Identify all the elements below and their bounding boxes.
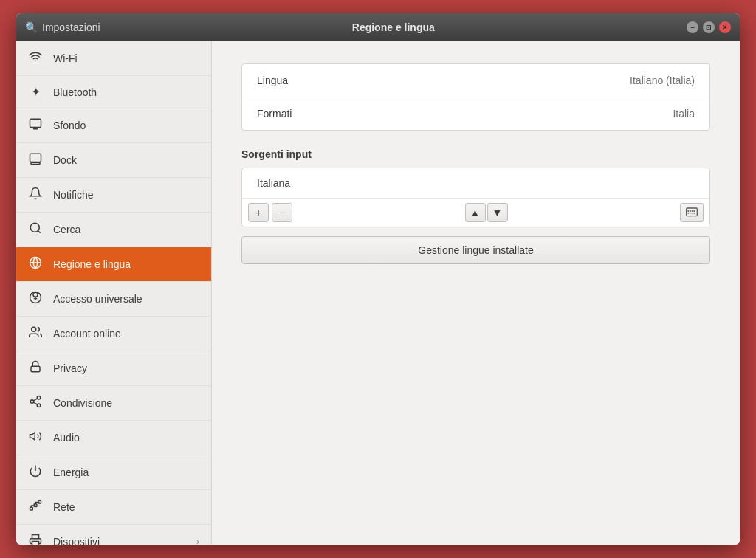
main-content: Lingua Italiano (Italia) Formati Italia … <box>212 41 740 545</box>
sidebar-label-cerca: Cerca <box>53 224 80 235</box>
sorgenti-title: Sorgenti input <box>241 148 710 160</box>
titlebar-app-name: Impostazioni <box>42 21 100 33</box>
sidebar-label-notifiche: Notifiche <box>53 189 93 201</box>
condivisione-icon <box>28 395 43 411</box>
sidebar-item-energia[interactable]: Energia <box>16 455 211 490</box>
input-sources-toolbar: + − ▲ ▼ <box>242 199 709 227</box>
input-source-italiana[interactable]: Italiana <box>242 168 709 199</box>
sfondo-icon <box>28 117 43 134</box>
wifi-icon <box>28 50 43 66</box>
input-sources-card: Italiana + − ▲ ▼ <box>241 168 710 227</box>
sidebar-item-account[interactable]: Account online <box>16 317 211 351</box>
svg-rect-16 <box>32 542 39 545</box>
sidebar-item-dispositivi[interactable]: Dispositivi › <box>16 525 211 545</box>
sidebar-item-notifiche[interactable]: Notifiche <box>16 178 211 213</box>
remove-input-source-button[interactable]: − <box>272 203 292 222</box>
sidebar-item-dock[interactable]: Dock <box>16 143 211 178</box>
dispositivi-icon <box>28 534 43 545</box>
sidebar-label-dock: Dock <box>53 154 77 166</box>
sidebar-item-condivisione[interactable]: Condivisione <box>16 386 211 421</box>
sidebar: Wi-Fi ✦ Bluetooth Sfondo Dock <box>16 41 212 545</box>
window-title: Regione e lingua <box>100 21 687 33</box>
svg-rect-1 <box>30 154 41 162</box>
svg-point-8 <box>37 396 41 400</box>
rete-icon <box>28 499 43 515</box>
maximize-button[interactable]: ⊡ <box>703 21 715 33</box>
notifiche-icon <box>28 187 43 203</box>
reorder-arrows: ▲ ▼ <box>465 203 508 222</box>
sidebar-label-wifi: Wi-Fi <box>53 52 78 64</box>
sidebar-label-accesso: Accesso universale <box>53 293 142 305</box>
sidebar-item-rete[interactable]: Rete <box>16 490 211 525</box>
titlebar-search: 🔍 Impostazioni <box>25 21 100 33</box>
move-down-button[interactable]: ▼ <box>487 203 508 222</box>
bluetooth-icon: ✦ <box>28 85 43 99</box>
sidebar-item-privacy[interactable]: Privacy <box>16 351 211 386</box>
svg-rect-0 <box>30 119 41 127</box>
manage-languages-button[interactable]: Gestione lingue installate <box>241 236 710 264</box>
sidebar-label-sfondo: Sfondo <box>53 120 86 131</box>
svg-point-10 <box>37 404 41 407</box>
minimize-button[interactable]: – <box>687 21 698 33</box>
sidebar-item-cerca[interactable]: Cerca <box>16 213 211 247</box>
add-input-source-button[interactable]: + <box>248 203 269 222</box>
sidebar-item-audio[interactable]: Audio <box>16 421 211 455</box>
energia-icon <box>28 464 43 480</box>
sidebar-label-regione: Regione e lingua <box>53 258 131 270</box>
content-area: Wi-Fi ✦ Bluetooth Sfondo Dock <box>16 41 740 545</box>
audio-icon <box>28 430 43 446</box>
sidebar-label-bluetooth: Bluetooth <box>53 86 97 98</box>
move-up-button[interactable]: ▲ <box>465 203 486 222</box>
close-button[interactable]: ✕ <box>719 21 731 33</box>
sidebar-item-sfondo[interactable]: Sfondo <box>16 108 211 143</box>
app-window: 🔍 Impostazioni Regione e lingua – ⊡ ✕ Wi… <box>16 13 740 545</box>
lingua-label: Lingua <box>257 75 288 86</box>
svg-point-5 <box>33 292 38 297</box>
cerca-icon <box>28 221 43 238</box>
svg-marker-11 <box>30 433 35 441</box>
sidebar-label-account: Account online <box>53 328 121 340</box>
accesso-icon <box>28 291 43 307</box>
formati-label: Formati <box>257 108 292 120</box>
keyboard-settings-button[interactable] <box>680 203 704 222</box>
sidebar-label-privacy: Privacy <box>53 362 87 374</box>
svg-point-9 <box>30 400 34 404</box>
sidebar-label-condivisione: Condivisione <box>53 397 112 409</box>
lingua-row[interactable]: Lingua Italiano (Italia) <box>242 64 709 97</box>
formati-value: Italia <box>673 108 695 120</box>
regione-icon <box>28 256 43 272</box>
svg-rect-20 <box>687 208 698 216</box>
sidebar-label-dispositivi: Dispositivi <box>53 536 100 545</box>
svg-rect-2 <box>31 162 40 164</box>
sidebar-item-accesso[interactable]: Accesso universale <box>16 282 211 317</box>
sidebar-label-audio: Audio <box>53 432 80 444</box>
sidebar-item-regione[interactable]: Regione e lingua <box>16 247 211 282</box>
search-icon: 🔍 <box>25 21 38 33</box>
sidebar-label-energia: Energia <box>53 466 89 478</box>
account-icon <box>28 326 43 342</box>
sidebar-label-rete: Rete <box>53 501 75 513</box>
locale-card: Lingua Italiano (Italia) Formati Italia <box>241 63 710 131</box>
lingua-value: Italiano (Italia) <box>630 75 695 86</box>
sidebar-item-wifi[interactable]: Wi-Fi <box>16 41 211 76</box>
svg-point-3 <box>30 223 39 232</box>
svg-rect-13 <box>30 507 33 510</box>
chevron-dispositivi-icon: › <box>196 537 199 545</box>
window-controls: – ⊡ ✕ <box>687 21 731 33</box>
titlebar: 🔍 Impostazioni Regione e lingua – ⊡ ✕ <box>16 13 740 41</box>
svg-point-7 <box>32 327 36 331</box>
formati-row[interactable]: Formati Italia <box>242 97 709 130</box>
dock-icon <box>28 152 43 168</box>
privacy-icon <box>28 360 43 376</box>
sidebar-item-bluetooth[interactable]: ✦ Bluetooth <box>16 76 211 108</box>
